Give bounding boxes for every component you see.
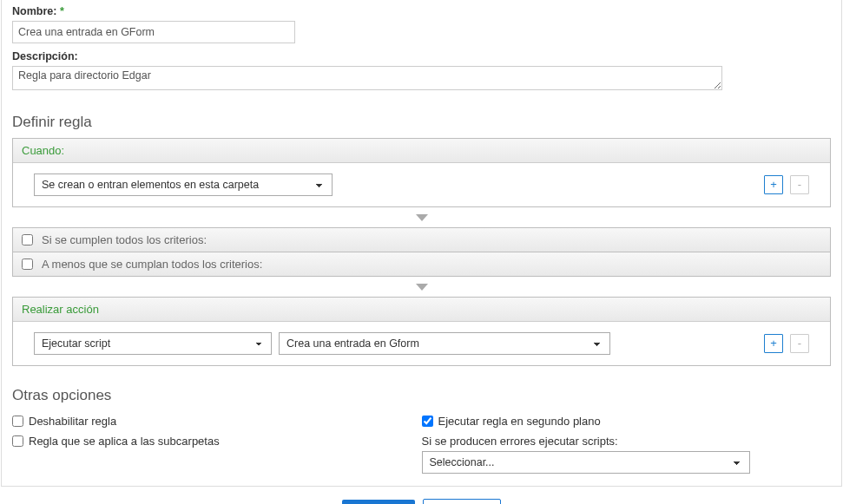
other-options-heading: Otras opciones — [12, 387, 831, 404]
name-input[interactable] — [12, 21, 295, 43]
name-label-text: Nombre: — [12, 5, 56, 17]
when-group: Cuando: Se crean o entran elementos en e… — [12, 138, 831, 207]
description-textarea[interactable] — [12, 66, 722, 90]
apply-subfolders-line[interactable]: Regla que se aplica a las subcarpetas — [12, 431, 422, 451]
options-col-left: Deshabilitar regla Regla que se aplica a… — [12, 411, 422, 474]
criteria-all-label: Si se cumplen todos los criterios: — [42, 233, 207, 246]
criteria-unless-label: A menos que se cumplan todos los criteri… — [42, 258, 262, 271]
chevron-divider — [12, 207, 831, 227]
disable-rule-label: Deshabilitar regla — [29, 415, 116, 428]
rule-config-panel: Nombre: * Descripción: Definir regla Cua… — [1, 0, 842, 487]
disable-rule-line[interactable]: Deshabilitar regla — [12, 411, 422, 431]
action-header: Realizar acción — [13, 298, 830, 322]
chevron-down-icon — [416, 284, 428, 291]
criteria-unless-header[interactable]: A menos que se cumplan todos los criteri… — [13, 252, 830, 276]
required-asterisk: * — [60, 5, 64, 17]
action-group: Realizar acción Ejecutar script Crea una… — [12, 297, 831, 366]
when-remove-button[interactable]: - — [790, 175, 809, 194]
run-background-label: Ejecutar regla en segundo plano — [438, 415, 601, 428]
chevron-divider-2 — [12, 277, 831, 297]
cancel-button[interactable]: Cancelar — [423, 499, 501, 504]
chevron-down-icon — [416, 214, 428, 221]
define-rule-heading: Definir regla — [12, 114, 831, 131]
criteria-group: Si se cumplen todos los criterios: A men… — [12, 227, 831, 277]
options-row: Deshabilitar regla Regla que se aplica a… — [12, 411, 831, 474]
apply-subfolders-label: Regla que se aplica a las subcarpetas — [29, 435, 220, 448]
criteria-unless-checkbox[interactable] — [22, 259, 33, 270]
options-col-right: Ejecutar regla en segundo plano Si se pr… — [422, 411, 832, 474]
run-background-line[interactable]: Ejecutar regla en segundo plano — [422, 411, 832, 431]
footer-buttons: Guardar Cancelar — [0, 499, 843, 504]
on-script-error-label: Si se producen errores ejecutar scripts: — [422, 431, 832, 451]
when-header: Cuando: — [13, 139, 830, 163]
action-type-select[interactable]: Ejecutar script — [34, 332, 272, 355]
criteria-all-checkbox[interactable] — [22, 234, 33, 245]
when-select[interactable]: Se crean o entran elementos en esta carp… — [34, 173, 333, 196]
action-remove-button[interactable]: - — [790, 334, 809, 353]
action-script-select[interactable]: Crea una entrada en Gform — [279, 332, 610, 355]
on-script-error-select[interactable]: Seleccionar... — [422, 451, 750, 474]
apply-subfolders-checkbox[interactable] — [12, 435, 23, 447]
criteria-all-header[interactable]: Si se cumplen todos los criterios: — [13, 228, 830, 252]
run-background-checkbox[interactable] — [422, 416, 433, 427]
description-label: Descripción: — [12, 50, 831, 62]
action-add-button[interactable]: + — [764, 334, 783, 353]
name-label: Nombre: * — [12, 5, 831, 17]
save-button[interactable]: Guardar — [342, 500, 415, 504]
when-add-button[interactable]: + — [764, 175, 783, 194]
disable-rule-checkbox[interactable] — [12, 416, 23, 427]
